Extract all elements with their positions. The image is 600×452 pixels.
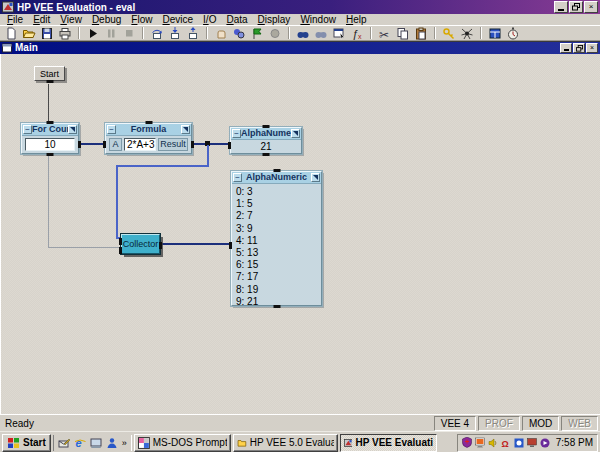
toolbar-button-new-file[interactable] [2, 26, 20, 40]
menu-display[interactable]: Display [253, 14, 296, 26]
app-titlebar: HP VEE Evaluation - eval × [0, 0, 600, 14]
alphanumeric-array-titlebar[interactable]: − AlphaNumeric [232, 172, 321, 184]
realplayer-icon[interactable] [540, 437, 551, 448]
start-menu-button[interactable]: Start [2, 434, 51, 452]
formula-input-terminal[interactable]: A [109, 138, 122, 151]
object-expand-button[interactable] [311, 173, 320, 182]
toolbar-button-run[interactable] [84, 26, 102, 40]
spider-icon [460, 27, 474, 40]
toolbar-button-debug-objects[interactable] [230, 26, 248, 40]
display-settings-icon[interactable] [475, 437, 486, 448]
toolbar-button-open[interactable] [20, 26, 38, 40]
alphanumeric-titlebar[interactable]: − AlphaNumeric [231, 128, 301, 140]
task-button-msdos[interactable]: MS-DOS Prompt [134, 434, 231, 452]
toolbar-button-step-into[interactable] [166, 26, 184, 40]
toolbar-button-pause[interactable] [102, 26, 120, 40]
menu-data[interactable]: Data [221, 14, 252, 26]
fx-icon: ƒx [350, 27, 364, 40]
quicktime-icon[interactable]: Ω [501, 437, 512, 448]
task-button-hpvee-folder[interactable]: HP VEE 5.0 Evaluation [233, 434, 338, 452]
quick-launch-overflow-chevron[interactable]: » [122, 438, 127, 448]
formula-expression-field[interactable]: 2*A+3 [124, 138, 156, 151]
collector-object[interactable]: Collector [121, 234, 160, 254]
messenger-icon[interactable] [514, 437, 525, 448]
collector-label: Collector [123, 239, 159, 249]
menu-device[interactable]: Device [157, 14, 198, 26]
main-restore-button[interactable] [573, 43, 585, 53]
task-button-hpvee-active[interactable]: HP VEE Evaluation - ... [340, 434, 437, 452]
for-count-titlebar[interactable]: − For Count [22, 124, 78, 136]
close-button[interactable]: × [584, 1, 598, 13]
main-window-titlebar[interactable]: Main × [0, 41, 600, 54]
object-menu-button[interactable]: − [23, 125, 32, 134]
start-object[interactable]: Start [34, 66, 65, 81]
show-desktop-icon[interactable] [90, 436, 103, 449]
toolbar-button-web-connect[interactable] [458, 26, 476, 40]
main-workspace[interactable]: Start − For Count 10 − Formula [0, 54, 600, 414]
menu-io[interactable]: I/O [198, 14, 221, 26]
menu-edit[interactable]: Edit [28, 14, 55, 26]
formula-titlebar[interactable]: − Formula [106, 124, 191, 136]
menu-help[interactable]: Help [341, 14, 372, 26]
array-row: 6: 15 [236, 259, 321, 271]
object-expand-button[interactable] [291, 129, 300, 138]
toolbar-button-cut[interactable]: ✂ [376, 26, 394, 40]
minimize-button[interactable] [554, 1, 568, 13]
formula-input-pin [103, 141, 106, 148]
status-indicator-mod: MOD [522, 416, 559, 431]
toolbar-button-panel-view[interactable] [486, 26, 504, 40]
object-expand-button[interactable] [68, 125, 77, 134]
toolbar-button-stop[interactable] [120, 26, 138, 40]
menu-window[interactable]: Window [295, 14, 341, 26]
toolbar-button-find[interactable] [294, 26, 312, 40]
toolbar-separator [142, 27, 144, 39]
toolbar-button-debug-flag[interactable] [248, 26, 266, 40]
toolbar-button-print[interactable] [56, 26, 74, 40]
toolbar-button-save[interactable] [38, 26, 56, 40]
for-count-object[interactable]: − For Count 10 [21, 123, 79, 154]
formula-object[interactable]: − Formula A 2*A+3 Result [105, 123, 192, 154]
toolbar-button-find-next[interactable] [312, 26, 330, 40]
monitor-icon[interactable] [527, 437, 538, 448]
expand-icon [70, 127, 75, 132]
hand-icon [214, 27, 228, 40]
alphanumeric-scalar-object[interactable]: − AlphaNumeric 21 [230, 127, 302, 154]
menu-debug[interactable]: Debug [87, 14, 126, 26]
volume-icon[interactable] [488, 437, 499, 448]
for-count-title: For Count [32, 124, 68, 135]
alphanumeric-array-object[interactable]: − AlphaNumeric 0: 3 1: 5 2: 7 3: 9 4: 11… [231, 171, 322, 306]
step-into-icon [168, 27, 182, 40]
toolbar-button-step-over[interactable] [148, 26, 166, 40]
object-menu-button[interactable]: − [233, 173, 242, 182]
expand-icon [313, 175, 318, 180]
stopwatch-icon [506, 27, 520, 40]
object-expand-button[interactable] [181, 125, 190, 134]
toolbar: ƒx ✂ [0, 26, 600, 41]
toolbar-button-paste[interactable] [412, 26, 430, 40]
toolbar-button-properties[interactable] [330, 26, 348, 40]
toolbar-button-debug-hand[interactable] [212, 26, 230, 40]
menu-file[interactable]: File [2, 14, 28, 26]
toolbar-button-copy[interactable] [394, 26, 412, 40]
toolbar-button-secure-vee[interactable] [440, 26, 458, 40]
toolbar-button-timer[interactable] [504, 26, 522, 40]
msn-user-icon[interactable] [106, 436, 119, 449]
internet-explorer-icon[interactable]: e [74, 436, 87, 449]
restore-button[interactable] [569, 1, 583, 13]
toolbar-button-disabled-tool[interactable] [266, 26, 284, 40]
main-minimize-button[interactable] [560, 43, 572, 53]
alphanumeric-sequence-out-pin [263, 153, 270, 156]
object-menu-button[interactable]: − [232, 129, 241, 138]
object-menu-button[interactable]: − [107, 125, 116, 134]
toolbar-button-function-generator[interactable]: ƒx [348, 26, 366, 40]
panel-view-icon [488, 27, 502, 40]
for-count-value-field[interactable]: 10 [25, 138, 75, 151]
main-close-button[interactable]: × [586, 43, 598, 53]
toolbar-button-step-out[interactable] [184, 26, 202, 40]
menu-view[interactable]: View [55, 14, 87, 26]
formula-output-terminal[interactable]: Result [158, 138, 188, 151]
antivirus-shield-icon[interactable] [462, 437, 473, 448]
formula-sequence-in-pin [145, 121, 152, 124]
compose-mail-icon[interactable] [58, 436, 71, 449]
menu-flow[interactable]: Flow [126, 14, 157, 26]
